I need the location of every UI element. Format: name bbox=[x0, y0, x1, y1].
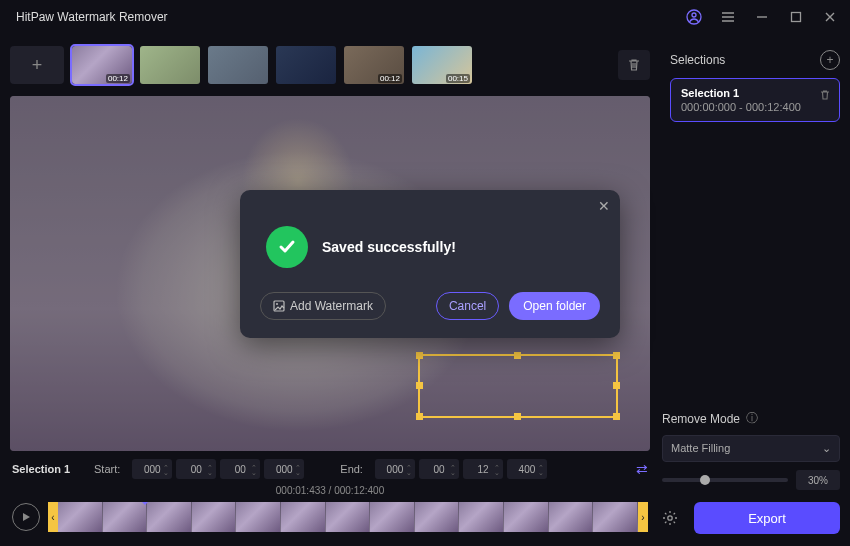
add-selection-button[interactable]: + bbox=[820, 50, 840, 70]
svg-point-3 bbox=[668, 516, 672, 520]
thumbnail[interactable]: 00:15 bbox=[412, 46, 472, 84]
saved-dialog: ✕ Saved successfully! Add Watermark Canc… bbox=[240, 190, 620, 338]
thumbnail[interactable] bbox=[276, 46, 336, 84]
end-h-stepper[interactable]: 000 bbox=[375, 459, 415, 479]
export-button[interactable]: Export bbox=[694, 502, 840, 534]
playhead-icon[interactable] bbox=[140, 502, 150, 510]
dialog-message: Saved successfully! bbox=[322, 239, 456, 255]
start-spinners: 000 00 00 000 bbox=[132, 459, 304, 479]
add-media-button[interactable]: + bbox=[10, 46, 64, 84]
success-check-icon bbox=[266, 226, 308, 268]
remove-mode-select[interactable]: Matte Filling ⌄ bbox=[662, 435, 840, 462]
svg-point-1 bbox=[692, 13, 696, 17]
selection-item-name: Selection 1 bbox=[681, 87, 829, 99]
add-watermark-button[interactable]: Add Watermark bbox=[260, 292, 386, 320]
thumb-duration: 00:15 bbox=[446, 74, 470, 83]
end-ms-stepper[interactable]: 400 bbox=[507, 459, 547, 479]
strength-value-stepper[interactable]: 30% bbox=[796, 470, 840, 490]
close-icon[interactable] bbox=[822, 9, 838, 25]
settings-icon[interactable] bbox=[662, 510, 684, 526]
selection-rectangle[interactable] bbox=[418, 354, 618, 418]
end-label: End: bbox=[340, 463, 363, 475]
remove-mode-label: Remove Mode ⓘ bbox=[662, 410, 840, 427]
svg-point-5 bbox=[276, 303, 278, 305]
start-m-stepper[interactable]: 00 bbox=[176, 459, 216, 479]
svg-rect-2 bbox=[792, 13, 801, 22]
thumbnail[interactable] bbox=[208, 46, 268, 84]
timeline-strip[interactable]: ‹ › bbox=[48, 502, 648, 532]
start-h-stepper[interactable]: 000 bbox=[132, 459, 172, 479]
trim-handle-left[interactable]: ‹ bbox=[48, 502, 58, 532]
strength-slider[interactable] bbox=[662, 478, 788, 482]
start-label: Start: bbox=[94, 463, 120, 475]
delete-selection-icon[interactable] bbox=[819, 89, 831, 101]
chevron-down-icon: ⌄ bbox=[822, 442, 831, 455]
open-folder-button[interactable]: Open folder bbox=[509, 292, 600, 320]
thumbnail[interactable]: 00:12 bbox=[344, 46, 404, 84]
play-button[interactable] bbox=[12, 503, 40, 531]
close-dialog-icon[interactable]: ✕ bbox=[598, 198, 610, 214]
help-icon[interactable]: ⓘ bbox=[746, 410, 758, 427]
swap-icon[interactable]: ⇄ bbox=[636, 461, 648, 477]
delete-button[interactable] bbox=[618, 50, 650, 80]
profile-icon[interactable] bbox=[686, 9, 702, 25]
timeline-row: ‹ › bbox=[10, 498, 650, 536]
end-spinners: 000 00 12 400 bbox=[375, 459, 547, 479]
end-s-stepper[interactable]: 12 bbox=[463, 459, 503, 479]
app-title: HitPaw Watermark Remover bbox=[16, 10, 168, 24]
sidebar: Selections + Selection 1 000:00:000 - 00… bbox=[660, 34, 850, 546]
cancel-button[interactable]: Cancel bbox=[436, 292, 499, 320]
thumbnail[interactable] bbox=[140, 46, 200, 84]
selections-heading: Selections bbox=[670, 53, 725, 67]
maximize-icon[interactable] bbox=[788, 9, 804, 25]
titlebar: HitPaw Watermark Remover bbox=[0, 0, 850, 34]
end-m-stepper[interactable]: 00 bbox=[419, 459, 459, 479]
trim-handle-right[interactable]: › bbox=[638, 502, 648, 532]
image-icon bbox=[273, 300, 285, 312]
timeline-position: 000:01:433 / 000:12:400 bbox=[10, 483, 650, 498]
menu-icon[interactable] bbox=[720, 9, 736, 25]
selection-name: Selection 1 bbox=[12, 463, 82, 475]
selection-item[interactable]: Selection 1 000:00:000 - 000:12:400 bbox=[670, 78, 840, 122]
start-ms-stepper[interactable]: 000 bbox=[264, 459, 304, 479]
thumb-duration: 00:12 bbox=[378, 74, 402, 83]
thumb-duration: 00:12 bbox=[106, 74, 130, 83]
thumbnail-row: + 00:12 00:12 00:15 bbox=[10, 42, 650, 88]
thumbnail[interactable]: 00:12 bbox=[72, 46, 132, 84]
timecode-editor: Selection 1 Start: 000 00 00 000 End: 00… bbox=[10, 451, 650, 483]
minimize-icon[interactable] bbox=[754, 9, 770, 25]
start-s-stepper[interactable]: 00 bbox=[220, 459, 260, 479]
window-controls bbox=[686, 9, 838, 25]
selection-item-range: 000:00:000 - 000:12:400 bbox=[681, 101, 829, 113]
